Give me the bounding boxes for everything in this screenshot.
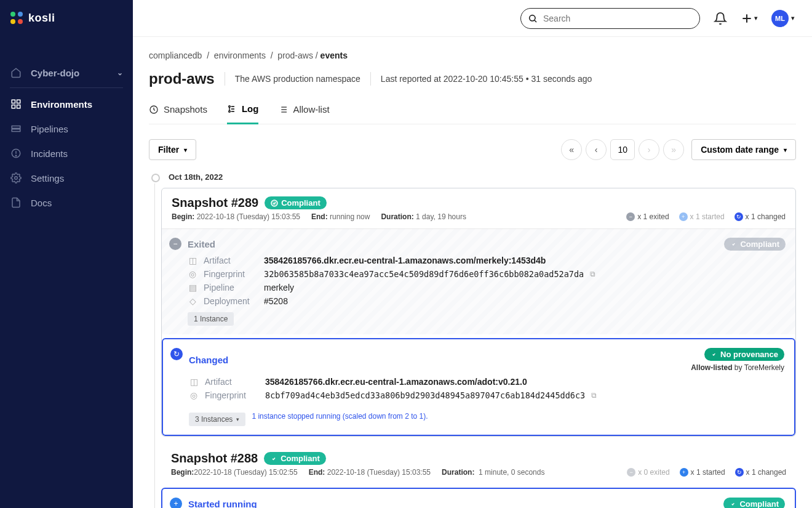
artifact-link[interactable]: 358426185766.dkr.ecr.eu-central-1.amazon… <box>264 256 546 265</box>
stat-exited: −x 0 exited <box>627 468 669 477</box>
sidebar-item-settings[interactable]: Settings <box>0 166 133 190</box>
avatar: ML <box>771 10 789 27</box>
snapshot-title[interactable]: Snapshot #289 <box>172 196 258 210</box>
event-exited: − Exited Compliant ◫Artifact3584 <box>162 228 795 334</box>
breadcrumb-section[interactable]: environments <box>214 50 266 60</box>
workspace-name: Cyber-dojo <box>31 68 79 78</box>
copy-button[interactable]: ⧉ <box>590 270 595 278</box>
workspace-switcher[interactable]: Cyber-dojo ⌄ <box>10 60 123 88</box>
sidebar-item-pipelines[interactable]: Pipelines <box>0 116 133 141</box>
tag-icon: ◇ <box>188 296 197 306</box>
status-badge: Compliant <box>723 498 785 508</box>
daterange-label: Custom date range <box>701 145 779 155</box>
svg-rect-3 <box>17 105 20 108</box>
notifications-button[interactable] <box>714 12 727 25</box>
page-header: prod-aws The AWS production namespace La… <box>149 70 796 87</box>
filter-button[interactable]: Filter ▾ <box>149 139 196 160</box>
page-first-button[interactable]: « <box>561 139 582 160</box>
sidebar-item-label: Incidents <box>31 148 68 159</box>
page-next-button[interactable]: › <box>639 139 659 160</box>
sidebar-item-docs[interactable]: Docs <box>0 190 133 215</box>
primary-nav: Cyber-dojo ⌄ Environments Pipelines Inc <box>0 60 133 215</box>
sidebar-item-label: Settings <box>31 173 64 183</box>
topbar: ▾ ML ▾ <box>133 0 812 37</box>
daterange-button[interactable]: Custom date range ▾ <box>691 139 796 160</box>
sidebar-item-label: Environments <box>31 99 92 110</box>
artifact-link[interactable]: 358426185766.dkr.ecr.eu-central-1.amazon… <box>265 377 527 387</box>
svg-line-11 <box>535 20 536 22</box>
snapshot-title[interactable]: Snapshot #288 <box>171 451 258 466</box>
chevron-down-icon: ▾ <box>791 14 795 22</box>
tab-allowlist[interactable]: Allow-list <box>278 99 329 124</box>
tab-label: Allow-list <box>293 104 329 115</box>
pipeline-icon <box>10 123 22 135</box>
grid-icon <box>10 98 22 110</box>
svg-point-8 <box>15 155 17 156</box>
change-icon: ↻ <box>735 468 744 477</box>
controls-row: Filter ▾ « ‹ › » Custom date range ▾ <box>149 139 796 160</box>
snapshot-header: Snapshot #288 Compliant Begin:2022-10-18… <box>161 444 796 484</box>
tab-label: Log <box>242 103 259 114</box>
divider <box>370 72 371 86</box>
svg-rect-5 <box>12 129 20 132</box>
minus-circle-icon: − <box>169 238 181 250</box>
add-button[interactable]: ▾ <box>741 12 758 25</box>
svg-point-9 <box>15 177 18 180</box>
svg-rect-0 <box>12 100 15 103</box>
chevron-down-icon: ▾ <box>784 147 787 153</box>
fingerprint-value: 32b063585b8a7033c4ea97acc5e4c509d89df76d… <box>264 269 584 279</box>
plus-circle-icon: + <box>170 498 182 508</box>
divider <box>225 72 225 86</box>
check-icon <box>271 200 278 207</box>
page-number-input[interactable] <box>610 139 635 160</box>
instance-count-dropdown[interactable]: 3 Instances <box>189 413 245 426</box>
gear-icon <box>10 172 22 184</box>
sidebar-item-incidents[interactable]: Incidents <box>0 141 133 166</box>
minus-icon: − <box>626 212 635 221</box>
breadcrumb-org[interactable]: compliancedb <box>149 50 202 60</box>
sidebar-item-environments[interactable]: Environments <box>0 92 133 116</box>
brand-name: kosli <box>28 12 55 25</box>
sidebar-item-label: Docs <box>31 198 52 208</box>
pipeline-icon: ▤ <box>188 283 197 292</box>
deployment-link[interactable]: #5208 <box>264 296 288 306</box>
main-area: ▾ ML ▾ compliancedb / environments / pro… <box>133 0 812 508</box>
snapshot-card: Snapshot #288 Compliant Begin:2022-10-18… <box>161 444 796 508</box>
instance-note: 1 instance stopped running (scaled down … <box>252 412 428 421</box>
page-prev-button[interactable]: ‹ <box>586 139 607 160</box>
fingerprint-icon: ◎ <box>188 269 197 279</box>
stat-started: +x 1 started <box>680 468 725 477</box>
chevron-down-icon: ⌄ <box>117 68 123 77</box>
pipeline-link[interactable]: merkely <box>264 283 294 292</box>
change-icon: ↻ <box>734 212 743 221</box>
filter-label: Filter <box>158 145 179 155</box>
tab-label: Snapshots <box>164 104 207 115</box>
copy-button[interactable]: ⧉ <box>591 391 597 400</box>
list-icon <box>278 105 288 115</box>
breadcrumb: compliancedb / environments / prod-aws /… <box>149 50 796 60</box>
alert-icon <box>10 147 22 159</box>
breadcrumb-current: events <box>320 50 348 60</box>
sidebar-item-label: Pipelines <box>31 124 68 134</box>
search-input[interactable] <box>520 8 700 29</box>
page-last-button[interactable]: » <box>663 139 684 160</box>
svg-point-10 <box>530 15 535 20</box>
svg-rect-2 <box>12 105 15 108</box>
brand-logo[interactable]: kosli <box>0 0 133 36</box>
event-title: Changed <box>189 355 228 365</box>
stat-exited: −x 1 exited <box>626 212 669 221</box>
stat-changed: ↻x 1 changed <box>735 468 786 477</box>
status-badge: Compliant <box>264 452 326 465</box>
instance-count: 1 Instance <box>188 312 234 326</box>
status-badge: Compliant <box>265 196 327 209</box>
refresh-circle-icon: ↻ <box>170 348 183 360</box>
user-menu[interactable]: ML ▾ <box>771 10 795 27</box>
tab-snapshots[interactable]: Snapshots <box>149 99 207 124</box>
tab-log[interactable]: Log <box>227 99 259 124</box>
breadcrumb-env[interactable]: prod-aws <box>277 50 313 60</box>
plus-icon: + <box>680 468 688 477</box>
page-description: The AWS production namespace <box>235 74 360 84</box>
search-icon <box>528 14 538 23</box>
sidebar: kosli Cyber-dojo ⌄ Environments Pipe <box>0 0 133 508</box>
stat-started: +x 1 started <box>679 212 725 221</box>
